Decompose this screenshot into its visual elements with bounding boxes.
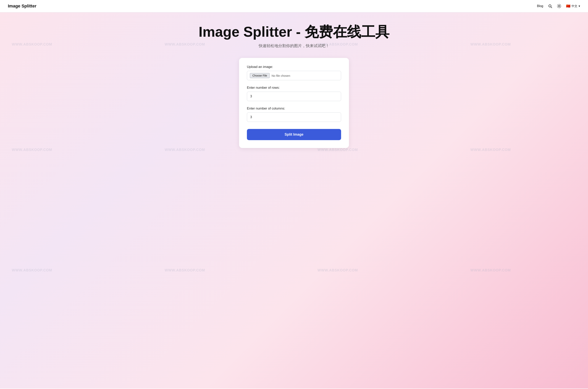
search-icon[interactable]	[548, 4, 552, 8]
watermark: WWW.ABSKOOP.COM	[470, 268, 511, 272]
hero-title: Image Splitter - 免费在线工具	[199, 24, 389, 40]
blog-link[interactable]: Blog	[537, 4, 543, 8]
svg-line-10	[560, 5, 560, 5]
choose-file-button[interactable]: Choose File	[250, 73, 270, 78]
watermark: WWW.ABSKOOP.COM	[470, 148, 511, 152]
watermark: WWW.ABSKOOP.COM	[12, 42, 52, 46]
watermark: WWW.ABSKOOP.COM	[165, 268, 205, 272]
cols-label: Enter number of columns:	[247, 107, 341, 110]
header-nav: Blog 🇨🇳 中文 ▾	[537, 4, 580, 8]
svg-point-2	[558, 5, 560, 7]
svg-point-0	[549, 5, 551, 7]
watermark: WWW.ABSKOOP.COM	[165, 148, 205, 152]
upload-group: Upload an image: Choose File No file cho…	[247, 65, 341, 80]
main-content: WWW.ABSKOOP.COM WWW.ABSKOOP.COM WWW.ABSK…	[0, 12, 588, 389]
header: Image Splitter Blog 🇨🇳 中	[0, 0, 588, 12]
rows-group: Enter number of rows:	[247, 86, 341, 101]
form-card: Upload an image: Choose File No file cho…	[239, 58, 349, 148]
svg-line-1	[551, 7, 552, 8]
svg-line-8	[560, 7, 560, 7]
watermark: WWW.ABSKOOP.COM	[12, 268, 52, 272]
no-file-text: No file chosen	[272, 74, 290, 77]
watermark: WWW.ABSKOOP.COM	[318, 268, 358, 272]
watermark: WWW.ABSKOOP.COM	[165, 42, 205, 46]
file-input-wrapper: Choose File No file chosen	[247, 71, 341, 80]
rows-label: Enter number of rows:	[247, 86, 341, 90]
upload-label: Upload an image:	[247, 65, 341, 69]
watermark: WWW.ABSKOOP.COM	[470, 42, 511, 46]
cols-input[interactable]	[247, 112, 341, 122]
language-selector[interactable]: 🇨🇳 中文 ▾	[566, 4, 580, 8]
lang-label: 中文	[572, 4, 577, 8]
theme-toggle-icon[interactable]	[557, 4, 561, 8]
split-image-button[interactable]: Split Image	[247, 129, 341, 140]
watermark: WWW.ABSKOOP.COM	[12, 148, 52, 152]
rows-input[interactable]	[247, 92, 341, 101]
svg-line-9	[558, 7, 558, 7]
cols-group: Enter number of columns:	[247, 107, 341, 122]
flag-icon: 🇨🇳	[566, 4, 570, 8]
svg-line-7	[558, 5, 558, 5]
hero-subtitle: 快速轻松地分割你的图片，快来试试吧！	[259, 43, 329, 48]
watermark: WWW.ABSKOOP.COM	[318, 148, 358, 152]
chevron-down-icon: ▾	[579, 4, 580, 8]
logo[interactable]: Image Splitter	[8, 3, 36, 9]
